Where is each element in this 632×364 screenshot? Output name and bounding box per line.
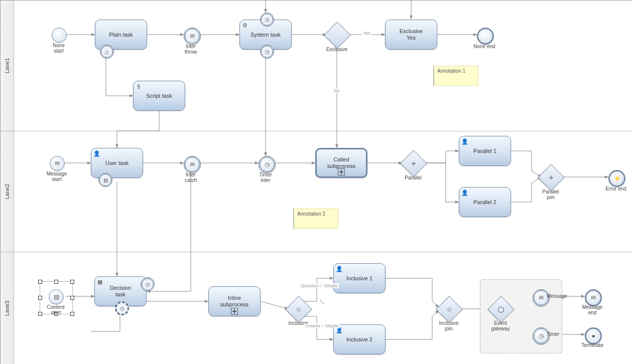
inter-catch-event[interactable]: ✉ xyxy=(184,156,201,173)
parallel-2-label: Parallel 2 xyxy=(473,199,496,206)
message-start-event[interactable]: ✉ xyxy=(50,156,65,171)
user-task-label: User task xyxy=(105,160,129,166)
inclusive-1-label: Inclusive 1 xyxy=(346,275,372,282)
clock-icon: ◷ xyxy=(534,329,548,343)
script-icon: § xyxy=(136,83,142,89)
inclusive-2-label: Inclusive 2 xyxy=(346,336,372,343)
annotation-1-text: Annotation 1 xyxy=(437,68,465,74)
pentagon-icon: ⬡ xyxy=(492,300,510,318)
plain-task[interactable]: Plain task xyxy=(95,20,147,50)
inline-subprocess[interactable]: Inlinesubprocess xyxy=(208,286,261,316)
exclusive-gateway-label: Exclusive xyxy=(322,47,352,52)
none-end-event[interactable] xyxy=(477,28,494,45)
edge-label-yes: Yes xyxy=(362,31,371,36)
annotation-1[interactable]: Annotation 1 xyxy=(433,66,478,86)
timer-inter-label: Timerinter xyxy=(250,172,281,183)
envelope-icon: ✉ xyxy=(185,157,199,171)
bpmn-canvas[interactable]: Lane1 Lane2 Lane3 xyxy=(0,0,632,364)
exclusive-yes-task[interactable]: ExclusiveYes xyxy=(385,20,437,50)
script-task[interactable]: § Script task xyxy=(133,81,185,111)
timer-inter2-label: Timer xyxy=(547,331,572,337)
envelope-icon: ✉ xyxy=(534,291,548,305)
edge-label-no: No xyxy=(333,88,341,93)
decision-boundary-timer-right[interactable]: ◷ xyxy=(141,277,155,291)
message-end-label: Messageend xyxy=(577,304,607,315)
decision-task-label: Decisiontask xyxy=(110,285,131,297)
content-start-label: Contentstart xyxy=(41,304,71,315)
lane-1[interactable]: Lane1 xyxy=(1,1,632,131)
envelope-icon: ✉ xyxy=(50,156,64,170)
edge-label-question: Question = Simple xyxy=(300,283,339,288)
parallel-1-task[interactable]: 👤 Parallel 1 xyxy=(459,136,511,166)
parallel-2-task[interactable]: 👤 Parallel 2 xyxy=(459,187,511,217)
clock-icon: ◷ xyxy=(262,14,273,25)
event-gateway-label: Eventgateway xyxy=(485,320,516,331)
parallel-gateway-label: Parallel xyxy=(398,175,428,180)
inter-throw-event[interactable]: ✉ xyxy=(184,28,201,45)
lane-2-label: Lane2 xyxy=(4,184,10,200)
annotation-2[interactable]: Annotation 2 xyxy=(293,209,338,229)
inter-throw-label: Interthrow xyxy=(176,44,206,55)
lane-1-label: Lane1 xyxy=(4,58,10,74)
terminate-label: Terminate xyxy=(577,342,607,348)
edge-label-answer: Answer = Maybe xyxy=(304,323,340,328)
gear-icon: ⚙ xyxy=(242,22,248,28)
expand-icon xyxy=(338,168,345,175)
inclusive-join-label: Inclusivejoin xyxy=(434,320,464,331)
document-icon: ▤ xyxy=(100,174,111,186)
pool: Lane1 Lane2 Lane3 xyxy=(0,0,632,364)
document-icon: ▤ xyxy=(49,290,63,304)
none-start-event[interactable] xyxy=(52,28,67,43)
inclusive-1-task[interactable]: 👤 Inclusive 1 xyxy=(333,263,386,293)
user-task-boundary[interactable]: ▤ xyxy=(98,173,112,187)
lane-1-header[interactable]: Lane1 xyxy=(1,1,14,131)
content-start-event[interactable]: ▤ xyxy=(49,289,64,304)
system-task-boundary-timer-bottom[interactable]: ◷ xyxy=(260,45,274,59)
clock-icon: ◷ xyxy=(260,157,274,171)
none-end-label: None end xyxy=(469,44,499,49)
clock-icon: ◷ xyxy=(116,303,128,314)
expand-icon xyxy=(231,308,238,315)
plus-icon: ＋ xyxy=(542,168,560,187)
clock-icon: ◷ xyxy=(142,279,153,290)
system-task-label: System task xyxy=(250,32,281,38)
parallel-join-label: Paralleljoin xyxy=(536,189,566,200)
message-start-label: Messagestart xyxy=(42,171,72,182)
timer-inter-event[interactable]: ◷ xyxy=(259,156,276,173)
user-icon: 👤 xyxy=(461,138,467,144)
user-task[interactable]: 👤 User task xyxy=(91,148,143,178)
terminate-icon: ● xyxy=(586,329,600,343)
system-task-boundary-timer-top[interactable]: ◷ xyxy=(260,13,274,27)
message-end-event[interactable]: ✉ xyxy=(585,289,602,306)
rule-icon: ▦ xyxy=(97,279,103,285)
none-start-label: Nonestart xyxy=(44,43,74,54)
annotation-2-text: Annotation 2 xyxy=(297,211,325,217)
user-icon: 👤 xyxy=(93,150,99,156)
error-end-label: Error end xyxy=(601,186,631,192)
envelope-icon: ✉ xyxy=(586,291,600,305)
circle-icon: ○ xyxy=(290,300,308,318)
error-end-event[interactable]: ⚡ xyxy=(608,170,625,187)
plain-task-label: Plain task xyxy=(109,32,133,38)
inclusive-2-task[interactable]: 👤 Inclusive 2 xyxy=(333,324,386,354)
parallel-1-label: Parallel 1 xyxy=(473,148,496,154)
exclusive-yes-label: ExclusiveYes xyxy=(400,28,423,41)
user-icon: 👤 xyxy=(461,190,467,196)
error-icon: ⚡ xyxy=(610,171,624,186)
circle-icon: ○ xyxy=(440,300,458,318)
plus-icon: ＋ xyxy=(405,154,423,172)
inter-catch-label: Intercatch xyxy=(176,172,206,183)
decision-boundary-timer-bottom[interactable]: ◷ xyxy=(115,301,129,315)
clock-icon: ◷ xyxy=(262,46,273,57)
called-subprocess-label: Calledsubprocess xyxy=(327,156,355,169)
signal-icon: △ xyxy=(101,46,112,57)
lane-2-header[interactable]: Lane2 xyxy=(1,131,14,252)
plain-task-boundary-signal[interactable]: △ xyxy=(100,45,114,59)
terminate-event[interactable]: ● xyxy=(585,327,602,344)
message-inter-label: Message xyxy=(547,293,572,299)
lane-3-header[interactable]: Lane3 xyxy=(1,252,14,364)
called-subprocess[interactable]: Calledsubprocess xyxy=(315,148,367,178)
user-icon: 👤 xyxy=(336,266,342,272)
envelope-icon: ✉ xyxy=(185,29,199,43)
inline-subprocess-label: Inlinesubprocess xyxy=(220,295,248,307)
